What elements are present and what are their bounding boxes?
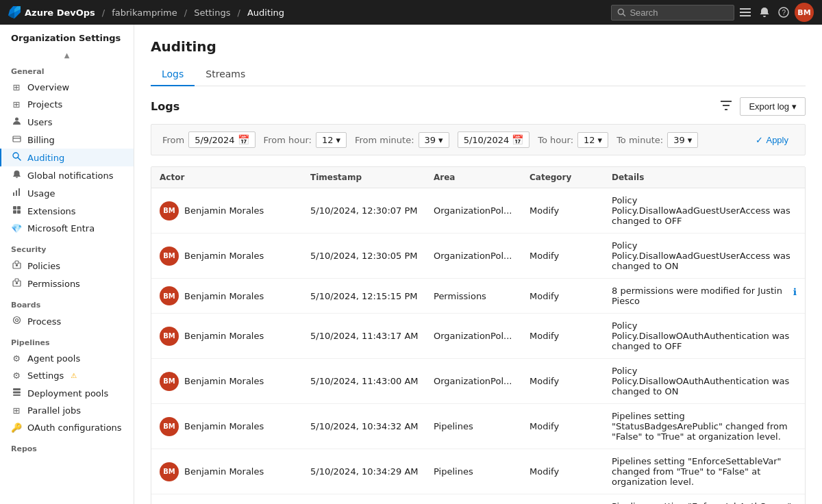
sidebar-item-users[interactable]: Users [0,113,134,131]
tab-streams[interactable]: Streams [195,63,256,86]
sidebar-item-overview[interactable]: ⊞ Overview [0,79,134,96]
actor-name: Benjamin Morales [184,205,264,216]
global-notifications-icon [11,170,22,181]
to-minute-picker[interactable]: 39 ▾ [667,132,698,148]
auditing-icon [11,152,22,163]
permissions-icon [11,278,22,289]
filter-button[interactable] [718,98,734,116]
actor-cell: BM Benjamin Morales [160,201,310,220]
from-hour-picker[interactable]: 12 ▾ [316,132,347,148]
filter-from-hour-group: From hour: 12 ▾ [264,132,347,148]
from-minute-value: 39 [425,135,436,145]
sidebar-item-microsoft-entra[interactable]: 💎 Microsoft Entra [0,220,134,237]
sidebar: Organization Settings ▲ General ⊞ Overvi… [0,25,134,504]
svg-rect-14 [13,210,16,214]
export-log-label: Export log [749,101,789,112]
sidebar-item-policies[interactable]: Policies [0,257,134,275]
agent-pools-icon: ⚙ [11,353,22,364]
sidebar-title: Organization Settings [0,25,134,49]
notification-button[interactable] [756,4,773,21]
sidebar-item-label: Permissions [27,279,80,289]
list-view-button[interactable] [737,4,754,21]
sidebar-item-extensions[interactable]: Extensions [0,202,134,220]
info-icon[interactable]: ℹ [793,286,797,297]
tabs: Logs Streams [151,63,806,86]
from-minute-picker[interactable]: 39 ▾ [419,132,449,148]
svg-rect-2 [740,12,751,13]
actor-cell: BM Benjamin Morales [160,462,310,481]
category-cell: Modify [530,376,612,386]
sidebar-item-settings[interactable]: ⚙ Settings ⚠ [0,367,134,384]
sidebar-item-usage[interactable]: Usage [0,184,134,202]
th-actor: Actor [160,173,310,182]
table-row: BM Benjamin Morales 5/10/2024, 12:30:05 … [151,234,805,279]
category-cell: Modify [530,205,612,216]
to-calendar-icon[interactable]: 📅 [512,134,523,145]
svg-rect-24 [13,394,21,396]
main-header: Auditing Logs Streams [134,25,822,86]
audit-log-table: Actor Timestamp Area Category Details BM… [151,166,806,504]
sidebar-item-label: Parallel jobs [27,405,81,416]
sidebar-item-permissions[interactable]: Permissions [0,275,134,292]
topbar-org[interactable]: fabrikamprime [112,8,177,18]
svg-rect-13 [17,206,21,210]
logs-actions: Export log ▾ [718,97,806,116]
sidebar-item-parallel-jobs[interactable]: ⊞ Parallel jobs [0,402,134,419]
sidebar-item-process[interactable]: Process [0,312,134,330]
topbar-sep2: / [183,8,188,18]
timestamp-cell: 5/10/2024, 11:43:17 AM [310,331,434,341]
area-cell: Pipelines [434,466,530,477]
microsoft-entra-icon: 💎 [11,223,22,234]
azure-devops-logo[interactable]: Azure DevOps [8,6,95,18]
sidebar-section-label-pipelines: Pipelines [0,333,134,350]
apply-button[interactable]: ✓ Apply [750,132,794,148]
from-hour-label: From hour: [264,135,312,145]
from-calendar-icon[interactable]: 📅 [238,134,249,145]
actor-name: Benjamin Morales [184,376,264,386]
sidebar-item-oauth-configurations[interactable]: 🔑 OAuth configurations [0,419,134,436]
svg-point-19 [16,283,17,284]
sidebar-scroll-up[interactable]: ▲ [0,49,134,62]
table-row: BM Benjamin Morales 5/10/2024, 11:43:00 … [151,359,805,404]
details-cell: Pipelines setting "EnforceJobAuthScope" … [612,501,797,504]
avatar: BM [160,201,179,220]
timestamp-cell: 5/10/2024, 10:34:32 AM [310,421,434,431]
to-date-picker[interactable]: 5/10/2024 📅 [458,131,530,148]
actor-name: Benjamin Morales [184,331,264,341]
avatar: BM [160,247,179,266]
sidebar-item-agent-pools[interactable]: ⚙ Agent pools [0,350,134,367]
details-text: Pipelines setting "StatusBadgesArePublic… [612,411,797,442]
from-date-picker[interactable]: 5/9/2024 📅 [188,131,255,148]
topbar-current-page: Auditing [247,8,284,18]
filter-bar: From 5/9/2024 📅 From hour: 12 ▾ From min… [151,124,806,155]
help-button[interactable]: ? [775,4,792,21]
svg-point-6 [15,118,18,121]
from-minute-label: From minute: [355,135,414,145]
svg-point-20 [13,317,20,324]
svg-rect-7 [13,136,21,142]
details-cell: Pipelines setting "EnforceSettableVar" c… [612,456,797,487]
sidebar-item-billing[interactable]: Billing [0,131,134,149]
sidebar-item-projects[interactable]: ⊞ Projects [0,96,134,113]
to-hour-label: To hour: [538,135,573,145]
settings-icon: ⚙ [11,370,22,381]
topbar-settings-link[interactable]: Settings [194,8,230,18]
avatar[interactable]: BM [795,3,814,22]
billing-icon [11,134,22,145]
sidebar-item-auditing[interactable]: Auditing [0,149,134,166]
tab-logs[interactable]: Logs [151,63,195,86]
filter-from-group: From 5/9/2024 📅 [162,131,256,148]
export-log-button[interactable]: Export log ▾ [740,97,806,116]
details-cell: Policy Policy.DisallowOAuthAuthenticatio… [612,366,797,396]
sidebar-item-label: OAuth configurations [27,423,122,433]
svg-rect-22 [13,388,21,390]
search-box[interactable] [611,5,734,21]
sidebar-item-label: Billing [27,135,55,145]
filter-from-minute-group: From minute: 39 ▾ [355,132,449,148]
sidebar-item-global-notifications[interactable]: Global notifications [0,166,134,184]
to-hour-picker[interactable]: 12 ▾ [577,132,608,148]
sidebar-item-deployment-pools[interactable]: Deployment pools [0,384,134,402]
to-date-value: 5/10/2024 [464,135,510,145]
search-input[interactable] [630,8,728,18]
timestamp-cell: 5/10/2024, 11:43:00 AM [310,376,434,386]
